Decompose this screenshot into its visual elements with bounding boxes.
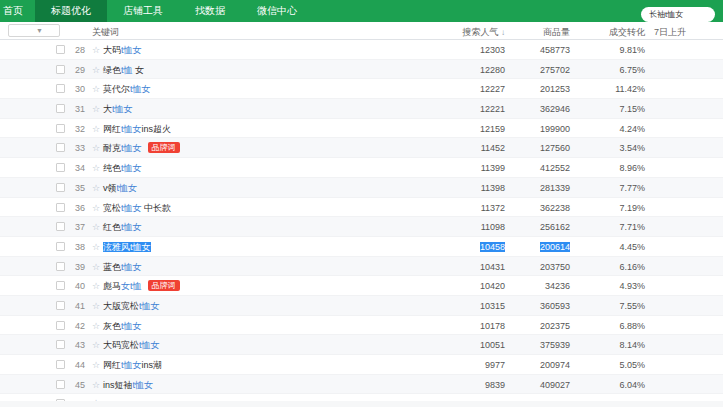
top-navbar: 首页标题优化店铺工具找数据微信中心 — [0, 0, 723, 22]
keyword-text: 大码宽松 — [103, 340, 139, 350]
items-count-cell: 202375 — [487, 321, 570, 331]
conversion-cell: 8.96% — [562, 163, 645, 173]
keyword-link[interactable]: 彪马女t恤 — [103, 281, 142, 291]
row-number: 45 — [68, 380, 85, 390]
filter-dropdown[interactable]: ▼ — [8, 24, 60, 37]
keyword-link[interactable]: 灰色t恤女 — [103, 321, 142, 331]
row-number: 38 — [68, 242, 85, 252]
star-icon[interactable]: ☆ — [92, 203, 100, 213]
keyword-link[interactable]: 网红t恤女ins潮 — [103, 360, 162, 370]
keyword-link[interactable]: 纯色t恤女 — [103, 163, 142, 173]
row-checkbox[interactable] — [56, 321, 65, 330]
row-checkbox[interactable] — [56, 143, 65, 152]
column-header-7day-rise: 7日上升 — [654, 26, 686, 39]
star-icon[interactable]: ☆ — [92, 360, 100, 370]
keyword-link[interactable]: 绿色t恤 女 — [103, 65, 144, 75]
table-row: 29☆绿色t恤 女122802757026.75% — [0, 60, 723, 80]
keyword-text: ins短袖 — [103, 380, 133, 390]
row-checkbox[interactable] — [56, 380, 65, 389]
keyword-link[interactable]: 大码t恤女 — [103, 45, 142, 55]
keyword-highlight: t恤女 — [121, 45, 142, 55]
keyword-link[interactable]: 宽松t恤女 中长款 — [103, 203, 171, 213]
nav-tab[interactable]: 微信中心 — [241, 0, 313, 22]
star-icon[interactable]: ☆ — [92, 340, 100, 350]
keyword-link[interactable]: 大码宽松t恤女 — [103, 340, 160, 350]
conversion-cell-value: 4.45% — [619, 242, 645, 252]
star-icon[interactable]: ☆ — [92, 262, 100, 272]
row-number: 28 — [68, 45, 85, 55]
star-icon[interactable]: ☆ — [92, 124, 100, 134]
keyword-table-body: 28☆大码t恤女123034587739.81%29☆绿色t恤 女1228027… — [0, 40, 723, 407]
row-checkbox[interactable] — [56, 281, 65, 290]
row-checkbox[interactable] — [56, 183, 65, 192]
star-icon[interactable]: ☆ — [92, 321, 100, 331]
row-number: 42 — [68, 321, 85, 331]
keyword-text: 彪马 — [103, 281, 121, 291]
row-checkbox[interactable] — [56, 65, 65, 74]
row-checkbox[interactable] — [56, 104, 65, 113]
row-checkbox[interactable] — [56, 262, 65, 271]
conversion-cell-value: 9.81% — [619, 45, 645, 55]
keyword-cell: ☆莫代尔t恤女 — [92, 83, 151, 96]
items-count-cell: 362238 — [487, 203, 570, 213]
keyword-link[interactable]: 红色t恤女 — [103, 222, 142, 232]
nav-tab[interactable]: 首页 — [0, 0, 35, 22]
row-checkbox[interactable] — [56, 242, 65, 251]
keyword-text: 泫雅风 — [103, 242, 130, 252]
row-checkbox[interactable] — [56, 124, 65, 133]
conversion-cell-value: 6.04% — [619, 380, 645, 390]
star-icon[interactable]: ☆ — [92, 163, 100, 173]
keyword-highlight: t恤女 — [133, 380, 154, 390]
keyword-link[interactable]: 泫雅风t恤女 — [103, 242, 151, 252]
keyword-cell: ☆纯色t恤女 — [92, 162, 142, 175]
conversion-cell-value: 7.15% — [619, 104, 645, 114]
items-count-cell: 256162 — [487, 222, 570, 232]
keyword-link[interactable]: 耐克t恤女 — [103, 143, 142, 153]
keyword-link[interactable]: 网红t恤女ins超火 — [103, 124, 171, 134]
keyword-link[interactable]: 大t恤女 — [103, 104, 133, 114]
star-icon[interactable]: ☆ — [92, 222, 100, 232]
conversion-cell: 7.19% — [562, 203, 645, 213]
row-number: 39 — [68, 262, 85, 272]
items-count-cell: 34236 — [487, 281, 570, 291]
star-icon[interactable]: ☆ — [92, 104, 100, 114]
keyword-link[interactable]: 大版宽松t恤女 — [103, 301, 160, 311]
conversion-cell: 8.14% — [562, 340, 645, 350]
keyword-text: 网红 — [103, 124, 121, 134]
row-checkbox[interactable] — [56, 360, 65, 369]
row-checkbox[interactable] — [56, 163, 65, 172]
conversion-cell-value: 5.05% — [619, 360, 645, 370]
star-icon[interactable]: ☆ — [92, 45, 100, 55]
star-icon[interactable]: ☆ — [92, 242, 100, 252]
row-checkbox[interactable] — [56, 203, 65, 212]
star-icon[interactable]: ☆ — [92, 380, 100, 390]
conversion-cell: 6.04% — [562, 380, 645, 390]
items-count-cell: 458773 — [487, 45, 570, 55]
row-checkbox[interactable] — [56, 301, 65, 310]
star-icon[interactable]: ☆ — [92, 281, 100, 291]
conversion-cell: 4.24% — [562, 124, 645, 134]
nav-tab[interactable]: 找数据 — [179, 0, 241, 22]
star-icon[interactable]: ☆ — [92, 143, 100, 153]
nav-tab[interactable]: 标题优化 — [35, 0, 107, 22]
row-checkbox[interactable] — [56, 340, 65, 349]
row-checkbox[interactable] — [56, 45, 65, 54]
star-icon[interactable]: ☆ — [92, 301, 100, 311]
star-icon[interactable]: ☆ — [92, 84, 100, 94]
keyword-link[interactable]: v领t恤女 — [103, 183, 137, 193]
table-row: 32☆网红t恤女ins超火121591999004.24% — [0, 119, 723, 139]
row-checkbox[interactable] — [56, 222, 65, 231]
nav-tab[interactable]: 店铺工具 — [107, 0, 179, 22]
star-icon[interactable]: ☆ — [92, 183, 100, 193]
keyword-link[interactable]: 蓝色t恤女 — [103, 262, 142, 272]
keyword-highlight: t恤女 — [130, 242, 151, 252]
keyword-search-input[interactable] — [641, 7, 715, 22]
items-count-cell: 409027 — [487, 380, 570, 390]
row-checkbox[interactable] — [56, 84, 65, 93]
keyword-link[interactable]: 莫代尔t恤女 — [103, 84, 151, 94]
conversion-cell-value: 3.54% — [619, 143, 645, 153]
row-number: 35 — [68, 183, 85, 193]
star-icon[interactable]: ☆ — [92, 65, 100, 75]
keyword-link[interactable]: ins短袖t恤女 — [103, 380, 153, 390]
conversion-cell-value: 7.19% — [619, 203, 645, 213]
